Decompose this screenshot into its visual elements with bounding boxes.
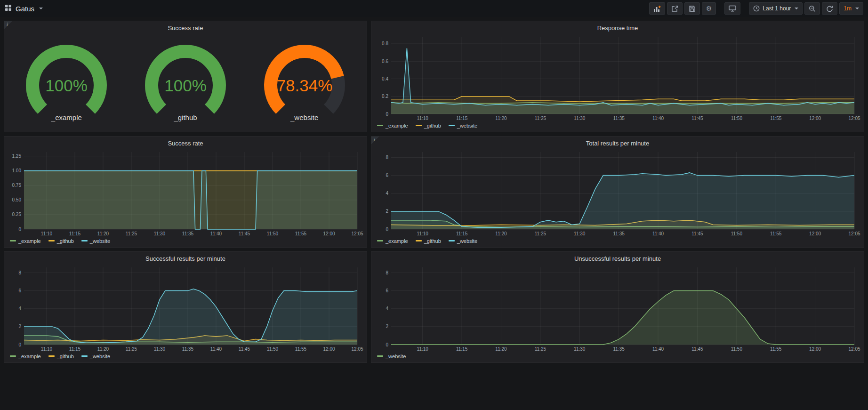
x-tick-label: 12:00: [809, 346, 821, 352]
y-tick-label: 0: [386, 342, 388, 347]
monitor-icon: [729, 5, 736, 12]
timeseries-svg[interactable]: 11:1011:1511:2011:2511:3011:3511:4011:45…: [7, 264, 364, 352]
legend-swatch: [377, 355, 383, 357]
x-tick-label: 11:40: [210, 346, 222, 352]
x-tick-label: 12:00: [323, 231, 335, 236]
y-tick-label: 8: [386, 270, 388, 275]
legend-item-_example[interactable]: _example: [10, 238, 41, 244]
legend-item-_github[interactable]: _github: [416, 238, 441, 244]
gauge-_github: 100%_github: [127, 42, 244, 121]
x-tick-label: 11:25: [535, 346, 547, 352]
legend-label: _example: [18, 238, 41, 244]
x-tick-label: 11:50: [267, 346, 279, 352]
panel-title[interactable]: Unsuccessful results per minute: [371, 252, 864, 264]
y-tick-label: 8: [386, 155, 388, 160]
chart-plot-area[interactable]: 11:1011:1511:2011:2511:3011:3511:4011:45…: [374, 264, 861, 352]
chart-legend: _example_github_website: [7, 237, 364, 245]
y-tick-label: 6: [18, 288, 21, 293]
settings-button[interactable]: ⚙: [702, 2, 716, 15]
y-tick-label: 0: [18, 342, 21, 347]
y-tick-label: 6: [386, 173, 388, 178]
x-tick-label: 11:10: [41, 231, 53, 236]
panel-successful-results: Successful results per minute 11:1011:15…: [4, 251, 367, 363]
panel-title[interactable]: Success rate: [4, 21, 367, 33]
cycle-view-button[interactable]: [724, 2, 740, 15]
refresh-button[interactable]: [822, 2, 837, 15]
panel-title[interactable]: Total results per minute: [371, 137, 864, 148]
legend-item-_example[interactable]: _example: [377, 238, 408, 244]
series-fill-_website: [24, 289, 357, 345]
panel-title[interactable]: Response time: [371, 21, 864, 33]
dashboard-title[interactable]: Gatus: [16, 5, 34, 13]
time-range-button[interactable]: Last 1 hour: [749, 2, 803, 15]
x-tick-label: 11:15: [456, 346, 468, 352]
refresh-icon: [826, 5, 833, 12]
chart-plot-area[interactable]: 11:1011:1511:2011:2511:3011:3511:4011:45…: [374, 33, 861, 121]
legend-item-_github[interactable]: _github: [416, 123, 441, 129]
dashboard-title-caret-icon[interactable]: [39, 8, 43, 9]
legend-item-_website[interactable]: _website: [449, 123, 477, 129]
legend-swatch: [449, 240, 455, 241]
navbar-right: ⚙ Last 1 hour 1m: [649, 2, 863, 15]
x-tick-label: 11:45: [239, 346, 250, 352]
zoom-out-button[interactable]: [804, 2, 820, 15]
panel-info-icon[interactable]: i: [4, 21, 12, 29]
panel-title[interactable]: Successful results per minute: [4, 252, 367, 264]
navbar: Gatus ⚙: [0, 0, 868, 17]
y-tick-label: 0.50: [12, 197, 22, 202]
x-tick-label: 11:45: [691, 346, 703, 352]
legend-item-_website[interactable]: _website: [449, 238, 477, 244]
panel-body: 11:1011:1511:2011:2511:3011:3511:4011:45…: [371, 148, 864, 247]
x-tick-label: 11:25: [535, 116, 547, 121]
legend-label: _website: [90, 354, 110, 359]
legend-label: _example: [18, 354, 41, 359]
refresh-interval-button[interactable]: 1m: [839, 2, 863, 15]
legend-item-_github[interactable]: _github: [48, 238, 74, 244]
navbar-left: Gatus: [5, 4, 43, 13]
legend-item-_website[interactable]: _website: [377, 354, 406, 359]
legend-item-_website[interactable]: _website: [81, 354, 110, 359]
time-range-caret-icon: [795, 8, 798, 9]
panel-body: 100%_example100%_github78.34%_website: [4, 33, 367, 132]
dashboard-grid-icon[interactable]: [5, 4, 12, 13]
chart-plot-area[interactable]: 11:1011:1511:2011:2511:3011:3511:4011:45…: [374, 148, 861, 237]
x-tick-label: 11:45: [691, 116, 703, 121]
x-tick-label: 11:25: [126, 231, 137, 236]
x-tick-label: 11:55: [295, 231, 307, 236]
add-panel-button[interactable]: [649, 2, 665, 15]
panel-title[interactable]: Success rate: [4, 137, 367, 148]
chart-plot-area[interactable]: 11:1011:1511:2011:2511:3011:3511:4011:45…: [7, 264, 364, 352]
legend-swatch: [377, 240, 383, 241]
legend-item-_website[interactable]: _website: [81, 238, 110, 244]
legend-label: _website: [457, 123, 477, 129]
series-fill-_website: [391, 173, 854, 229]
y-tick-label: 0.8: [382, 41, 388, 46]
legend-item-_github[interactable]: _github: [48, 354, 74, 359]
add-panel-icon: [653, 5, 661, 12]
chart-legend: _example_github_website: [374, 121, 861, 130]
chart-plot-area[interactable]: 11:1011:1511:2011:2511:3011:3511:4011:45…: [7, 148, 364, 237]
x-tick-label: 11:25: [535, 231, 547, 236]
gauge-value-text: 100%: [164, 76, 207, 95]
legend-item-_example[interactable]: _example: [377, 123, 408, 129]
timeseries-svg[interactable]: 11:1011:1511:2011:2511:3011:3511:4011:45…: [374, 148, 861, 237]
timeseries-svg[interactable]: 11:1011:1511:2011:2511:3011:3511:4011:45…: [374, 264, 861, 352]
panel-success-rate-gauges: i Success rate 100%_example100%_github78…: [4, 21, 367, 132]
y-tick-label: 0.75: [12, 183, 22, 188]
legend-label: _github: [57, 238, 74, 244]
x-tick-label: 11:25: [126, 346, 137, 352]
gauge-row: 100%_example100%_github78.34%_website: [7, 33, 364, 130]
panel-info-icon[interactable]: i: [371, 137, 379, 145]
x-tick-label: 11:35: [613, 116, 625, 121]
legend-label: _github: [424, 123, 441, 129]
timeseries-svg[interactable]: 11:1011:1511:2011:2511:3011:3511:4011:45…: [7, 148, 364, 237]
x-tick-label: 11:30: [574, 116, 586, 121]
legend-item-_example[interactable]: _example: [10, 354, 41, 359]
share-icon: [671, 5, 678, 12]
y-tick-label: 0: [386, 227, 388, 232]
x-tick-label: 11:55: [770, 346, 782, 352]
save-button[interactable]: [684, 2, 700, 15]
share-button[interactable]: [667, 2, 683, 15]
refresh-interval-caret-icon: [855, 8, 859, 9]
timeseries-svg[interactable]: 11:1011:1511:2011:2511:3011:3511:4011:45…: [374, 33, 861, 121]
